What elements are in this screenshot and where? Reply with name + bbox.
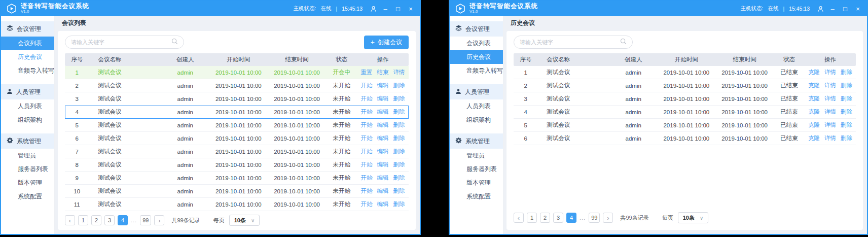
action-link-删除[interactable]: 删除 <box>841 69 852 76</box>
sidebar-item-服务器列表[interactable]: 服务器列表 <box>1 162 54 176</box>
page-button-99[interactable]: 99 <box>589 213 600 223</box>
search-icon[interactable] <box>171 38 178 47</box>
action-link-删除[interactable]: 删除 <box>393 200 405 208</box>
sidebar-group-header[interactable]: 人员管理 <box>1 84 54 99</box>
action-link-删除[interactable]: 删除 <box>393 187 405 195</box>
action-link-开始[interactable]: 开始 <box>361 200 373 208</box>
table-row[interactable]: 8测试会议admin2019-10-01 10:002019-10-01 10:… <box>65 158 409 172</box>
action-link-开始[interactable]: 开始 <box>361 108 373 116</box>
page-button-2[interactable]: 2 <box>91 215 101 225</box>
action-link-删除[interactable]: 删除 <box>841 108 852 116</box>
minimize-button[interactable]: – <box>828 6 837 12</box>
user-icon[interactable] <box>817 6 824 12</box>
sidebar-group-header[interactable]: 会议管理 <box>1 21 54 37</box>
prev-page-button[interactable]: ‹ <box>65 215 75 225</box>
table-row[interactable]: 2测试会议admin2019-10-01 10:002019-10-01 10:… <box>514 79 856 92</box>
action-link-删除[interactable]: 删除 <box>841 121 852 129</box>
create-meeting-button[interactable]: + 创建会议 <box>364 36 409 49</box>
action-link-详情[interactable]: 详情 <box>824 95 836 103</box>
page-button-3[interactable]: 3 <box>104 215 115 225</box>
table-row[interactable]: 1测试会议admin2019-10-01 10:002019-10-01 10:… <box>514 66 856 79</box>
action-link-删除[interactable]: 删除 <box>393 134 405 142</box>
page-size-select[interactable]: 10条∨ <box>229 215 260 226</box>
user-icon[interactable] <box>370 6 377 12</box>
page-button-1[interactable]: 1 <box>78 215 88 225</box>
action-link-编辑[interactable]: 编辑 <box>377 134 389 142</box>
sidebar-item-版本管理[interactable]: 版本管理 <box>450 176 503 190</box>
action-link-详情[interactable]: 详情 <box>824 121 836 129</box>
action-link-删除[interactable]: 删除 <box>393 121 405 129</box>
action-link-克隆[interactable]: 克隆 <box>808 108 820 116</box>
maximize-button[interactable]: □ <box>841 6 849 12</box>
action-link-删除[interactable]: 删除 <box>393 174 405 182</box>
table-row[interactable]: 3测试会议admin2019-10-01 10:002019-10-01 10:… <box>65 92 409 106</box>
action-link-编辑[interactable]: 编辑 <box>377 200 389 208</box>
action-link-编辑[interactable]: 编辑 <box>377 82 389 89</box>
action-link-删除[interactable]: 删除 <box>393 82 405 89</box>
action-link-结束[interactable]: 结束 <box>377 69 389 76</box>
action-link-删除[interactable]: 删除 <box>841 134 852 142</box>
sidebar-item-人员列表[interactable]: 人员列表 <box>450 99 503 113</box>
action-link-详情[interactable]: 详情 <box>824 108 836 116</box>
sidebar-item-组织架构[interactable]: 组织架构 <box>450 113 503 127</box>
sidebar-item-服务器列表[interactable]: 服务器列表 <box>450 162 503 176</box>
close-button[interactable]: × <box>407 6 415 12</box>
sidebar-item-管理员[interactable]: 管理员 <box>450 149 503 162</box>
action-link-开始[interactable]: 开始 <box>361 134 373 142</box>
action-link-编辑[interactable]: 编辑 <box>377 121 389 129</box>
page-button-4[interactable]: 4 <box>118 215 128 225</box>
action-link-详情[interactable]: 详情 <box>393 69 405 76</box>
action-link-克隆[interactable]: 克隆 <box>808 95 820 103</box>
sidebar-item-会议列表[interactable]: 会议列表 <box>1 37 54 50</box>
sidebar-group-header[interactable]: 会议管理 <box>450 21 503 37</box>
sidebar-item-组织架构[interactable]: 组织架构 <box>1 113 54 127</box>
action-link-编辑[interactable]: 编辑 <box>377 148 389 155</box>
table-row[interactable]: 5测试会议admin2019-10-01 10:002019-10-01 10:… <box>514 119 856 132</box>
next-page-button[interactable]: › <box>154 215 164 225</box>
sidebar-item-管理员[interactable]: 管理员 <box>1 149 54 162</box>
sidebar-group-header[interactable]: 系统管理 <box>1 133 54 149</box>
prev-page-button[interactable]: ‹ <box>514 213 524 223</box>
sidebar-group-header[interactable]: 人员管理 <box>450 84 503 99</box>
page-size-select[interactable]: 10条∨ <box>678 212 709 223</box>
action-link-克隆[interactable]: 克隆 <box>808 82 820 89</box>
action-link-开始[interactable]: 开始 <box>361 121 373 129</box>
close-button[interactable]: × <box>854 6 862 12</box>
page-button-2[interactable]: 2 <box>540 213 550 223</box>
action-link-克隆[interactable]: 克隆 <box>808 69 820 76</box>
action-link-删除[interactable]: 删除 <box>393 108 405 116</box>
page-button-1[interactable]: 1 <box>527 213 537 223</box>
sidebar-item-人员列表[interactable]: 人员列表 <box>1 99 54 113</box>
sidebar-item-会议列表[interactable]: 会议列表 <box>450 37 503 50</box>
action-link-详情[interactable]: 详情 <box>824 69 836 76</box>
search-input[interactable] <box>71 39 171 45</box>
table-row[interactable]: 6测试会议admin2019-10-01 10:002019-10-01 10:… <box>514 132 856 145</box>
action-link-克隆[interactable]: 克隆 <box>808 121 820 129</box>
sidebar-item-音频导入转写[interactable]: 音频导入转写 <box>1 64 54 78</box>
next-page-button[interactable]: › <box>603 213 613 223</box>
action-link-删除[interactable]: 删除 <box>393 148 405 155</box>
action-link-编辑[interactable]: 编辑 <box>377 161 389 168</box>
table-row[interactable]: 2测试会议admin2019-10-01 10:002019-10-01 10:… <box>65 79 409 92</box>
action-link-克隆[interactable]: 克隆 <box>808 134 820 142</box>
action-link-编辑[interactable]: 编辑 <box>377 108 389 116</box>
action-link-删除[interactable]: 删除 <box>393 161 405 168</box>
action-link-删除[interactable]: 删除 <box>393 95 405 103</box>
sidebar-item-历史会议[interactable]: 历史会议 <box>1 50 54 64</box>
action-link-详情[interactable]: 详情 <box>824 82 836 89</box>
sidebar-item-音频导入转写[interactable]: 音频导入转写 <box>450 64 503 78</box>
table-row[interactable]: 4测试会议admin2019-10-01 10:002019-10-01 10:… <box>514 106 856 119</box>
action-link-编辑[interactable]: 编辑 <box>377 174 389 182</box>
action-link-开始[interactable]: 开始 <box>361 82 373 89</box>
table-row[interactable]: 4测试会议admin2019-10-01 10:002019-10-01 10:… <box>65 106 409 119</box>
table-row[interactable]: 5测试会议admin2019-10-01 10:002019-10-01 10:… <box>65 119 409 132</box>
action-link-开始[interactable]: 开始 <box>361 161 373 168</box>
maximize-button[interactable]: □ <box>394 6 402 12</box>
table-row[interactable]: 11测试会议admin2019-10-01 10:002019-10-01 10… <box>65 198 409 211</box>
search-input[interactable] <box>520 39 620 45</box>
sidebar-item-系统配置[interactable]: 系统配置 <box>1 190 54 204</box>
table-row[interactable]: 10测试会议admin2019-10-01 10:002019-10-01 10… <box>65 185 409 198</box>
table-row[interactable]: 3测试会议admin2019-10-01 10:002019-10-01 10:… <box>514 92 856 106</box>
action-link-开始[interactable]: 开始 <box>361 174 373 182</box>
table-row[interactable]: 9测试会议admin2019-10-01 10:002019-10-01 10:… <box>65 172 409 185</box>
